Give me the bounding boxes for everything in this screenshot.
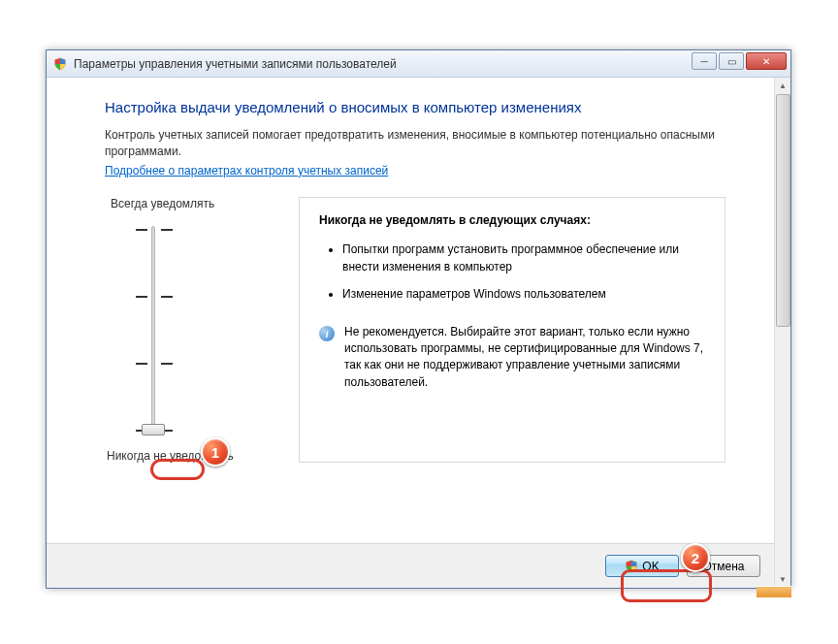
- main-row: Всегда уведомлять Никогда не уведомлят: [105, 197, 725, 463]
- button-bar: OK Отмена: [47, 543, 774, 588]
- scroll-thumb[interactable]: [776, 94, 790, 327]
- slider-tick: [161, 363, 173, 365]
- slider-column: Всегда уведомлять Никогда не уведомлят: [105, 197, 260, 463]
- slider-label-never: Никогда не уведомлять: [107, 449, 260, 463]
- maximize-button[interactable]: ▭: [719, 52, 744, 70]
- orange-corner-tab: [757, 586, 791, 597]
- warning-text: Не рекомендуется. Выбирайте этот вариант…: [344, 324, 705, 392]
- scroll-up-arrow[interactable]: ▲: [775, 78, 790, 94]
- shield-icon: [52, 56, 68, 72]
- slider-thumb[interactable]: [142, 424, 165, 435]
- slider-tick: [136, 363, 147, 365]
- description-heading: Никогда не уведомлять в следующих случая…: [319, 213, 705, 227]
- content-area: Настройка выдачи уведомлений о вносимых …: [47, 78, 774, 588]
- ok-button[interactable]: OK: [605, 555, 679, 577]
- page-title: Настройка выдачи уведомлений о вносимых …: [105, 99, 725, 115]
- intro-text: Контроль учетных записей помогает предот…: [105, 127, 725, 160]
- cancel-button-label: Отмена: [702, 560, 744, 573]
- list-item: Попытки программ установить программное …: [342, 241, 705, 275]
- titlebar[interactable]: Параметры управления учетными записями п…: [47, 50, 790, 78]
- description-list: Попытки программ установить программное …: [342, 241, 705, 303]
- window-controls: ─ ▭ ✕: [692, 52, 787, 70]
- learn-more-link[interactable]: Подробнее о параметрах контроля учетных …: [105, 164, 388, 177]
- description-panel: Никогда не уведомлять в следующих случая…: [299, 197, 725, 463]
- warning-row: i Не рекомендуется. Выбирайте этот вариа…: [319, 324, 705, 392]
- shield-icon: [625, 560, 638, 573]
- slider-label-always: Всегда уведомлять: [111, 197, 260, 210]
- content-wrap: Настройка выдачи уведомлений о вносимых …: [47, 78, 790, 588]
- close-button[interactable]: ✕: [746, 52, 787, 70]
- slider-tick: [136, 296, 147, 298]
- list-item: Изменение параметров Windows пользовател…: [342, 285, 705, 303]
- slider-tick: [136, 229, 147, 231]
- window-title: Параметры управления учетными записями п…: [74, 57, 397, 71]
- slider-tick: [161, 229, 173, 231]
- slider-tick: [161, 296, 173, 298]
- cancel-button[interactable]: Отмена: [687, 555, 760, 577]
- uac-settings-window: Параметры управления учетными записями п…: [46, 49, 791, 589]
- minimize-button[interactable]: ─: [692, 52, 717, 70]
- slider-track: [151, 226, 155, 434]
- vertical-scrollbar[interactable]: ▲ ▼: [774, 78, 790, 588]
- ok-button-label: OK: [642, 560, 659, 573]
- info-icon: i: [319, 326, 335, 341]
- uac-slider[interactable]: [134, 218, 260, 441]
